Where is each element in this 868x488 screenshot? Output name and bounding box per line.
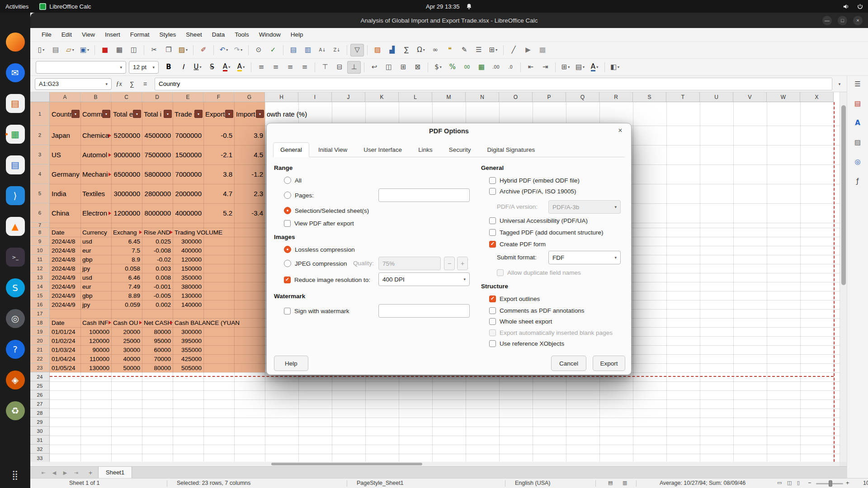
sum-button[interactable]: ∑ [126,78,138,90]
cell-D11[interactable]: -0.02 [142,255,173,264]
insert-row-icon[interactable]: ▤ [287,44,300,56]
save-icon[interactable]: ▣▾ [78,44,91,56]
column-header-X[interactable]: X [800,92,834,102]
styles-icon[interactable]: A [852,117,863,129]
dialog-close-button[interactable]: × [616,127,625,135]
row-header-1[interactable]: 1 [30,102,50,126]
row-header-18[interactable]: 18 [30,318,50,327]
cell-C6[interactable]: 1200000 [111,203,142,223]
cell-B13[interactable]: usd [80,273,111,282]
cell-G5[interactable]: 2.3 [234,184,265,203]
cell-A13[interactable]: 2024/4/9 [50,273,80,282]
comments-checkbox-box[interactable] [489,307,496,314]
row-header-22[interactable]: 22 [30,354,50,363]
cell-C9[interactable]: 6.45 [111,237,142,246]
cell-C21[interactable]: 30000 [111,345,142,354]
equals-button[interactable]: = [139,78,151,90]
formula-input[interactable]: Country [155,78,832,90]
align-bottom-icon[interactable]: ⊥ [347,61,361,74]
cell-F1[interactable]: Export▾ [203,102,234,126]
row-header-7[interactable]: 7 [30,223,50,228]
cell-B14[interactable]: eur [80,282,111,291]
cancel-button[interactable]: Cancel [551,356,586,371]
cell-A19[interactable]: 01/01/24 [50,327,80,336]
range-selection-option[interactable]: Selection/Selected sheet(s) [284,206,369,215]
row-header-24[interactable]: 24 [30,372,50,381]
column-header-O[interactable]: O [499,92,533,102]
cell-D3[interactable]: 7500000 [142,145,173,164]
clone-formatting-icon[interactable]: ✐ [197,44,210,56]
row-header-2[interactable]: 2 [30,126,50,145]
cell-E21[interactable]: 355000 [173,345,203,354]
cell-C16[interactable]: 0.059 [111,300,142,309]
underline-icon[interactable]: U▾ [191,61,204,74]
cell-B16[interactable]: jpy [80,300,111,309]
notification-bell-icon[interactable] [466,3,472,10]
jpeg-compression-option[interactable]: JPEG compression [284,259,347,267]
vertical-scrollbar[interactable] [840,92,847,462]
border-style-icon[interactable]: ▤▾ [573,61,587,74]
comments-as-annotations-checkbox[interactable]: Comments as PDF annotations [489,306,585,314]
menu-styles[interactable]: Styles [155,29,181,40]
row-header-25[interactable]: 25 [30,381,50,390]
tagged-checkbox-box[interactable] [489,229,496,236]
cell-E1[interactable]: Trade s▾ [173,102,203,126]
format-number-icon[interactable]: 00 [460,61,474,74]
menu-view[interactable]: View [77,29,100,40]
cell-F6[interactable]: 5.2 [203,203,234,223]
xobjects-checkbox-box[interactable] [489,340,496,347]
merge-and-center-icon[interactable]: ◫ [382,61,396,74]
copy-icon[interactable]: ❐ [162,44,175,56]
cell-B9[interactable]: usd [80,237,111,246]
expand-formula-bar-icon[interactable]: ▾ [835,82,844,86]
dock-item-libreoffice-impress[interactable]: ▤ [5,93,26,114]
row-header-23[interactable]: 23 [30,363,50,372]
cell-B19[interactable]: 100000 [80,327,111,336]
universal-accessibility-checkbox[interactable]: Universal Accessibility (PDF/UA) [489,216,588,225]
undo-icon[interactable]: ↶▾ [217,44,231,56]
cell-G1[interactable]: Import▾ [234,102,265,126]
cell-B20[interactable]: 120000 [80,336,111,345]
menu-insert[interactable]: Insert [100,29,125,40]
format-date-icon[interactable]: ▦ [475,61,488,74]
cell-A16[interactable]: 2024/4/9 [50,300,80,309]
cell-B6[interactable]: Electron [80,203,111,223]
column-header-S[interactable]: S [633,92,666,102]
sort-descending-icon[interactable]: Z↓ [330,44,344,56]
cell-E19[interactable]: 300000 [173,327,203,336]
unmerge-cells-icon[interactable]: ⊠ [411,61,425,74]
cell-E14[interactable]: 380000 [173,282,203,291]
watermark-input[interactable] [378,304,470,318]
cell-D13[interactable]: 0.008 [142,273,173,282]
column-header-K[interactable]: K [365,92,399,102]
menu-window[interactable]: Window [254,29,286,40]
row-header-19[interactable]: 19 [30,327,50,336]
cell-E4[interactable]: 7000000 [173,164,203,184]
row-header-11[interactable]: 11 [30,255,50,264]
row-header-9[interactable]: 9 [30,237,50,246]
headers-footers-icon[interactable]: ☰ [472,44,486,56]
cell-A2[interactable]: Japan [50,126,80,145]
page-style-indicator[interactable]: PageStyle_Sheet1 [357,480,404,486]
reduce-resolution-checkbox-box[interactable] [284,277,291,283]
dock-item-software-center[interactable]: ◈ [5,370,26,390]
insert-mode-indicator[interactable]: ▤ [608,480,613,486]
tab-initial-view[interactable]: Initial View [311,142,354,157]
autofilter-button-F1[interactable]: ▾ [225,110,233,118]
name-box[interactable]: A1:G23 ▾ [35,78,112,90]
cell-E11[interactable]: 120000 [173,255,203,264]
cell-E23[interactable]: 505000 [173,363,203,372]
cell-E6[interactable]: 4000000 [173,203,203,223]
tagged-pdf-checkbox[interactable]: Tagged PDF (add document structure) [489,228,604,236]
cell-D16[interactable]: 0.002 [142,300,173,309]
cell-C11[interactable]: 8.9 [111,255,142,264]
dock-item-screenshot-tool[interactable]: ◎ [5,308,26,329]
cell-B11[interactable]: gbp [80,255,111,264]
export-pdf-icon[interactable]: ■ [98,44,112,56]
cell-A4[interactable]: Germany [50,164,80,184]
align-center-icon[interactable]: ≡ [269,61,283,74]
spelling-icon[interactable]: ✓ [266,44,280,56]
print-icon[interactable]: ▦ [113,44,126,56]
horizontal-scrollbar-thumb[interactable] [271,463,422,465]
tab-general[interactable]: General [273,142,309,157]
